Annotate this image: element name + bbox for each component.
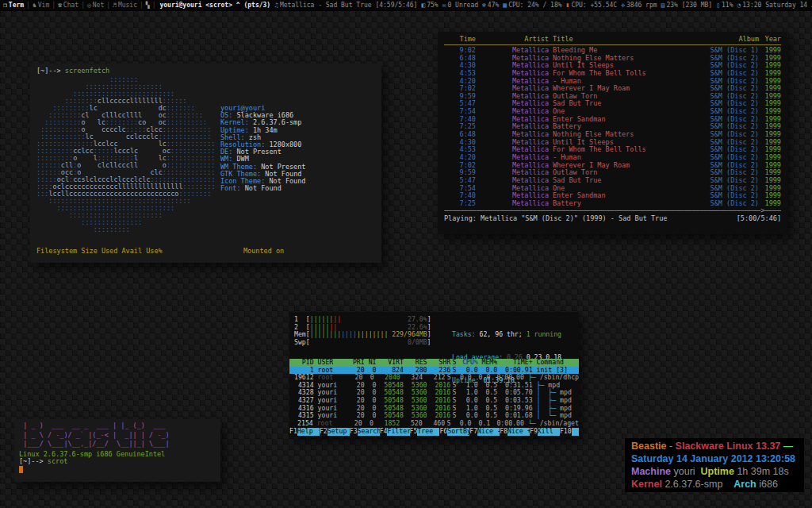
terminal-music-player[interactable]: Time Artist Title Album Year 9:02Metalli… xyxy=(438,32,787,234)
fkey-f6[interactable]: F6 xyxy=(439,428,447,436)
fkey-f1[interactable]: F1 xyxy=(289,428,297,436)
disk-usage-block: Filesystem Size Used Avail Use% Mounted … xyxy=(36,233,284,263)
shell-prompt: [~]--> xyxy=(19,457,44,465)
system-info-line: Font: Not Found xyxy=(220,185,305,192)
terminal-htop[interactable]: 1[|||||||| 27.0%]2[||||||| 22.6%]Mem[|||… xyxy=(289,312,579,437)
fkey-f4[interactable]: F4 xyxy=(380,428,388,436)
fkey-f8[interactable]: F8 xyxy=(500,428,508,436)
track-title: One xyxy=(549,185,710,193)
meter-bar: || xyxy=(329,323,337,331)
meter-value: 229/964MB xyxy=(392,330,427,338)
sidebar-tag-vim[interactable]: ♞Vim xyxy=(33,0,49,11)
terminal-screenfetch[interactable]: [~]--> screenfetch ::::::: :::::::::::::… xyxy=(30,64,381,263)
fkey-f9-label[interactable]: Kill xyxy=(538,428,560,436)
command-text: mpd xyxy=(560,404,572,412)
track-time: 7:25 xyxy=(444,200,476,208)
fkey-f10-label[interactable] xyxy=(572,428,579,436)
sidebar-tag-chat[interactable]: ☎Chat xyxy=(58,0,79,11)
track-title: Wherever I May Roam xyxy=(549,162,710,170)
info-label: Font: xyxy=(220,184,241,192)
process-table: PIDUSERPRINIVIRTRESSHRSCPU%MEM%TIME+Comm… xyxy=(289,359,579,427)
command-text: init [3] xyxy=(537,366,568,374)
tasks-line: Tasks: 62, 96 thr; 1 running xyxy=(452,331,561,339)
fkey-f1-label[interactable]: Help xyxy=(297,428,320,436)
term-icon: ❐ xyxy=(3,2,7,9)
volume-icon: ◧ xyxy=(421,0,425,11)
fkey-f3-label[interactable]: Search xyxy=(358,428,380,436)
track-title: Outlaw Torn xyxy=(549,169,710,177)
fkey-f8-label[interactable]: Nice + xyxy=(508,428,530,436)
clock-icon: ◔ xyxy=(737,0,741,11)
col-album: Album xyxy=(738,36,759,44)
proc-pid: 2154 xyxy=(294,420,313,428)
mail-icon: ✉ xyxy=(442,0,446,11)
terminal-beastie[interactable]: | _ ) ___ __ _ ___ | |_ (_) ___ | _ \ / … xyxy=(14,419,220,482)
sidebar-tag-music[interactable]: ♬Music xyxy=(113,0,137,11)
tag-label: Net xyxy=(93,2,104,9)
fkey-f10[interactable]: F10 xyxy=(560,428,572,436)
col-year: Year xyxy=(759,36,781,44)
cpu-mem-meters: 1[|||||||| 27.0%]2[||||||| 22.6%]Mem[|||… xyxy=(294,316,431,346)
fkey-f2-label[interactable]: Setup xyxy=(327,428,350,436)
track-position: [5:00/5:46] xyxy=(737,215,781,223)
tree-branch: │ └─ xyxy=(537,411,561,419)
sidebar-tag-net[interactable]: ◎Net xyxy=(87,0,104,11)
status-snowflake: ❄47% xyxy=(482,0,499,11)
track-title: Wherever I May Roam xyxy=(549,85,710,93)
status-snowflake-text: 47% xyxy=(488,0,499,11)
proc-shr: 460 xyxy=(423,420,446,428)
fkey-f5[interactable]: F5 xyxy=(410,428,418,436)
sidebar-tag-term[interactable]: ❐Term xyxy=(3,0,24,11)
df-header: Filesystem Size Used Avail Use% Mounted … xyxy=(36,248,284,255)
fkey-f7-label[interactable]: Nice - xyxy=(477,428,500,436)
terminal-cursor xyxy=(19,466,23,473)
fkey-f4-label[interactable]: Filter xyxy=(387,428,409,436)
fkey-f7[interactable]: F7 xyxy=(469,428,477,436)
fkey-f9[interactable]: F9 xyxy=(530,428,538,436)
fkey-f3[interactable]: F3 xyxy=(350,428,358,436)
track-title: Bleeding Me xyxy=(549,47,710,55)
vim-icon: ♞ xyxy=(33,2,36,9)
tree-branch: ├─ xyxy=(537,381,549,389)
meter-value: 27.0% xyxy=(408,315,427,323)
status-bar: ♫Metallica - Sad But True [4:59/5:46]◧75… xyxy=(270,0,812,11)
track-title: - Human xyxy=(549,78,710,86)
track-artist: Metallica xyxy=(476,200,549,208)
col-title: Title xyxy=(549,36,738,44)
track-year: 1999 xyxy=(759,200,781,208)
track-title: Sad But True xyxy=(549,177,710,185)
music-icon: ♬ xyxy=(113,2,117,9)
fkey-f5-label[interactable]: Tree xyxy=(417,428,439,436)
desktop: ❐Term|♞Vim|☎Chat|◎Net|♬Music|▚| youri@yo… xyxy=(0,0,812,508)
track-title: Nothing Else Matters xyxy=(549,131,710,139)
command-scrot: scrot xyxy=(48,457,68,465)
cursor-line xyxy=(19,466,216,475)
meter-bar: |||| xyxy=(341,330,357,338)
track-title: - Human xyxy=(549,154,710,162)
playlist-track-row[interactable]: 7:25MetallicaBatteryS&M (Disc 2)1999 xyxy=(444,200,781,208)
command-text: /sbin/dhcp xyxy=(540,373,579,381)
meter-value: 0/0MB xyxy=(408,338,427,346)
status-cpu-usage: ▦CPU: 24% / 18% xyxy=(503,0,561,11)
playlist: 9:02MetallicaBleeding MeS&M (Disc 1)1999… xyxy=(444,47,781,207)
col-time: Time xyxy=(444,36,476,44)
proc-state: S xyxy=(450,412,458,420)
tag-list: ❐Term|♞Vim|☎Chat|◎Net|♬Music|▚| xyxy=(3,0,158,11)
proc-res: 520 xyxy=(400,420,423,428)
tag-separator: | xyxy=(106,0,110,11)
info-value: Not Found xyxy=(241,184,282,192)
track-title: Nothing Else Matters xyxy=(549,55,710,63)
process-row[interactable]: 2154root2001852520460S0.00.10:00.00└─ /s… xyxy=(289,420,579,428)
status-now-playing: ♫Metallica - Sad But True [4:59/5:46] xyxy=(274,0,417,11)
fkey-f6-label[interactable]: SortBy xyxy=(447,428,469,436)
track-title: Enter Sandman xyxy=(549,116,710,124)
fkey-f2[interactable]: F2 xyxy=(320,428,327,436)
net-icon: ◎ xyxy=(87,2,91,9)
status-now-playing-text: Metallica - Sad But True [4:59/5:46] xyxy=(280,0,417,11)
command-text: mpd xyxy=(560,396,572,404)
conky-title-line: Beastie - Slackware Linux 13.37 — xyxy=(631,440,798,452)
cpu-temp-icon: ▮ xyxy=(566,0,570,11)
command-text: mpd xyxy=(548,381,560,389)
meter-swp: Swp[ 0/0MB] xyxy=(294,339,431,347)
proc-mem: 0.1 xyxy=(471,420,490,428)
